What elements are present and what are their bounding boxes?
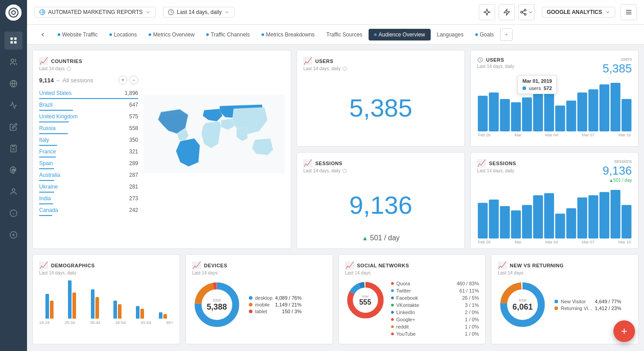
svg-rect-54: [489, 200, 499, 238]
svg-rect-61: [566, 208, 576, 238]
country-name[interactable]: Canada: [39, 207, 58, 213]
nvr-donut-wrap: total 6,061 New Visitor 4,649 / 77% Retu…: [498, 280, 632, 329]
users-chart-card: USERS Last 14 days, daily users 5,385 Ma: [470, 50, 639, 147]
country-name[interactable]: United Kingdom: [39, 113, 77, 120]
sessions-per-day-badge: ▲501 / day: [603, 178, 632, 183]
tab-website-traffic-label: Website Traffic: [62, 32, 98, 38]
app-logo[interactable]: [5, 4, 22, 21]
countries-subtitle: Last 14 days: [39, 66, 284, 71]
main-content: 📈 COUNTRIES Last 14 days 9,114 – All ses…: [27, 45, 644, 351]
nvr-total-label: total: [513, 298, 533, 302]
country-name[interactable]: Brazil: [39, 102, 53, 108]
country-name[interactable]: Australia: [39, 172, 60, 178]
sidebar-item-globe[interactable]: [5, 75, 23, 93]
social-total: 555: [359, 298, 371, 306]
menu-btn[interactable]: [621, 4, 637, 20]
social-networks-subtitle: Last 14 days: [345, 270, 479, 275]
social-networks-wrap: total 555 Quora460 / 83% Twitter61 / 11%…: [345, 280, 479, 338]
fab-button[interactable]: +: [613, 320, 635, 342]
users-chart-subtitle: Last 14 days, daily: [477, 64, 514, 69]
sidebar-item-clipboard[interactable]: [5, 140, 23, 158]
tab-goals[interactable]: Goals: [470, 29, 499, 40]
users-metric-subtitle: Last 14 days, daily: [303, 66, 458, 71]
tab-traffic-sources-label: Traffic Sources: [326, 32, 362, 38]
country-name[interactable]: Spain: [39, 160, 53, 166]
country-name[interactable]: France: [39, 148, 56, 155]
devices-card: 📈 DEVICES Last 14 days: [185, 254, 333, 344]
tab-metrics-breakdowns[interactable]: Metrics Breakdowns: [256, 29, 320, 40]
country-row: Australia 287: [39, 170, 138, 181]
expand-btn[interactable]: +: [118, 76, 127, 85]
share-btn[interactable]: [518, 4, 535, 20]
demographics-labels: 18-2425-3435-4445-5455-6465+: [39, 320, 173, 325]
country-name[interactable]: India: [39, 195, 51, 202]
svg-line-27: [522, 10, 525, 12]
svg-point-6: [11, 59, 14, 62]
collapse-btn[interactable]: −: [129, 76, 138, 85]
sessions-bar-svg: [477, 184, 632, 238]
sidebar-item-dashboard[interactable]: [5, 32, 23, 50]
demographics-card: 📈 DEMOGRAPHICS Last 14 days, daily: [32, 254, 180, 344]
social-list: Quora460 / 83% Twitter61 / 11% Facebook2…: [391, 280, 479, 338]
users-chart-label: users: [603, 57, 632, 62]
country-name[interactable]: Italy: [39, 137, 49, 143]
bolt-btn[interactable]: [499, 4, 515, 20]
svg-rect-55: [500, 206, 510, 238]
devices-total: 5,388: [207, 302, 227, 312]
sidebar-item-edit[interactable]: [5, 118, 23, 136]
countries-list: 9,114 – All sessions + − United States 1…: [39, 76, 138, 193]
sidebar-item-person[interactable]: [5, 183, 23, 201]
report-selector[interactable]: AUTOMATED MARKETING REPORTS: [34, 7, 156, 18]
country-name[interactable]: Russia: [39, 125, 56, 131]
country-rows-container: United States 1,896 Brazil 647 United Ki…: [39, 88, 138, 216]
svg-rect-62: [577, 198, 587, 238]
date-range-label: Last 14 days, daily: [177, 9, 221, 15]
svg-rect-52: [621, 99, 631, 131]
country-name[interactable]: United States: [39, 90, 72, 96]
tab-languages-label: Languages: [437, 32, 464, 38]
sessions-chart-x-labels: Feb 26MarMar 04Mar 07Mar 10: [477, 240, 632, 244]
sidebar-item-paint[interactable]: [5, 161, 23, 179]
countries-title: 📈 COUNTRIES: [39, 57, 284, 65]
tab-back[interactable]: [34, 29, 51, 40]
country-row: Italy 350: [39, 135, 138, 146]
nvr-donut: total 6,061: [498, 280, 547, 329]
svg-rect-53: [478, 203, 488, 238]
sparkle-btn[interactable]: [479, 4, 495, 20]
tab-goals-label: Goals: [480, 32, 494, 38]
tab-metrics-overview[interactable]: Metrics Overview: [143, 29, 200, 40]
country-value: 647: [129, 102, 138, 108]
svg-rect-39: [478, 96, 488, 131]
tab-metrics-breakdowns-label: Metrics Breakdowns: [266, 32, 315, 38]
sessions-chart-area: Feb 26MarMar 04Mar 07Mar 10: [477, 184, 632, 244]
tab-languages[interactable]: Languages: [432, 29, 469, 40]
svg-point-12: [12, 189, 15, 191]
tab-traffic-sources[interactable]: Traffic Sources: [321, 29, 368, 40]
sessions-per-day: ▲ 501 / day: [362, 234, 400, 242]
sidebar-item-info[interactable]: [5, 204, 23, 222]
tab-audience-overview[interactable]: Audience Overview: [369, 29, 430, 40]
sidebar-item-users[interactable]: [5, 53, 23, 71]
country-row: Ukraine 281: [39, 182, 138, 193]
sidebar-item-chart[interactable]: [5, 96, 23, 114]
sidebar: [0, 0, 27, 351]
nvr-total: 6,061: [513, 302, 533, 312]
world-map: [144, 76, 284, 193]
countries-total-row: 9,114 – All sessions + −: [39, 76, 138, 85]
svg-rect-43: [522, 97, 532, 131]
devices-subtitle: Last 14 days: [192, 270, 326, 275]
sidebar-item-coins[interactable]: [5, 226, 23, 244]
tab-traffic-channels-label: Traffic Channels: [211, 32, 250, 38]
users-chart-value: 5,385: [603, 62, 632, 76]
users-bar-svg: [477, 77, 632, 131]
date-range-selector[interactable]: Last 14 days, daily: [163, 7, 234, 18]
service-selector[interactable]: GOOGLE ANALYTICS: [542, 7, 615, 18]
country-name[interactable]: Ukraine: [39, 184, 58, 190]
tab-locations[interactable]: Locations: [104, 29, 142, 40]
add-tab-btn[interactable]: +: [500, 28, 513, 41]
tab-website-traffic[interactable]: Website Traffic: [52, 29, 103, 40]
country-row: Russia 558: [39, 123, 138, 134]
tab-traffic-channels[interactable]: Traffic Channels: [201, 29, 255, 40]
tab-locations-label: Locations: [114, 32, 137, 38]
svg-rect-3: [14, 37, 17, 40]
